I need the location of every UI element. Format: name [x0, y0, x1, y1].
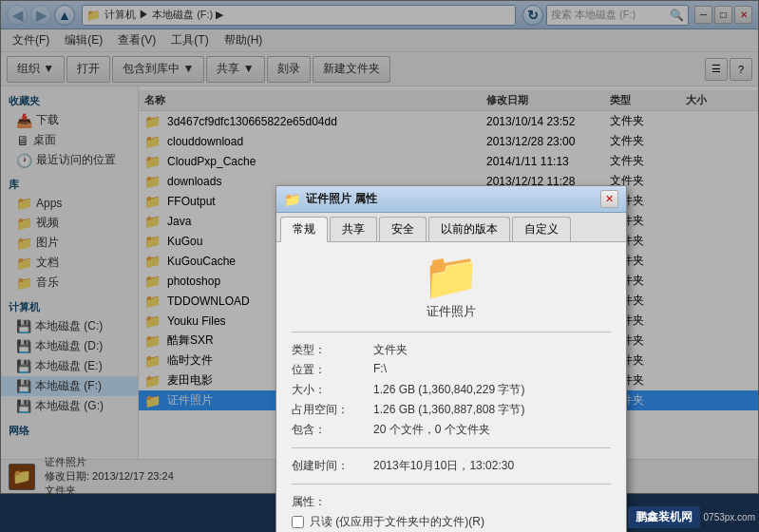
file-name: clouddownload [167, 135, 486, 148]
contains-label: 包含： [292, 422, 368, 438]
sidebar-item-label: 本地磁盘 (C:) [35, 318, 103, 334]
sidebar-item-download[interactable]: 📥 下载 [1, 110, 138, 130]
tab-security[interactable]: 安全 [379, 217, 427, 241]
status-info: 证件照片 修改日期: 2013/12/17 23:24 文件夹 [45, 455, 174, 498]
file-type: 文件夹 [610, 113, 686, 129]
dialog-content: 📁 证件照片 类型： 文件夹 位置： F:\ 大小： 1.26 GB (1,36… [276, 242, 626, 532]
tab-share[interactable]: 共享 [330, 217, 377, 241]
readonly-checkbox[interactable] [292, 516, 304, 528]
sidebar-item-label: 下载 [36, 112, 59, 128]
sidebar-item-label: 本地磁盘 (F:) [35, 378, 102, 394]
refresh-button[interactable]: ↻ [522, 5, 543, 26]
divider [292, 332, 611, 332]
folder-preview-name: 证件照片 [427, 303, 476, 320]
folder-icon: 📁 [144, 194, 163, 209]
menu-edit[interactable]: 编辑(E) [57, 30, 110, 50]
maximize-button[interactable]: □ [714, 6, 732, 24]
view-options-button[interactable]: ☰ [705, 58, 728, 81]
dialog-title-bar: 📁 证件照片 属性 ✕ [276, 186, 626, 213]
help-button[interactable]: ? [730, 58, 752, 81]
sidebar-item-drive-e[interactable]: 💾 本地磁盘 (E:) [1, 356, 138, 376]
table-row[interactable]: 📁 clouddownload 2013/12/28 23:00 文件夹 [139, 131, 758, 151]
computer-section: 计算机 💾 本地磁盘 (C:) 💾 本地磁盘 (D:) 💾 本地磁盘 (E:) … [1, 296, 138, 416]
divider3 [292, 484, 611, 484]
watermark: 鹏鑫装机网 0753px.com [628, 506, 755, 528]
organize-button[interactable]: 组织 ▼ [7, 56, 65, 83]
location-value: F:\ [373, 362, 611, 378]
sidebar-item-music[interactable]: 📁 音乐 [1, 273, 138, 293]
favorites-section: 收藏夹 📥 下载 🖥 桌面 🕐 最近访问的位置 [1, 90, 138, 170]
folder-icon: 📁 [144, 353, 163, 369]
desktop-icon: 🖥 [16, 133, 29, 148]
forward-button[interactable]: ▶ [30, 5, 51, 26]
include-button[interactable]: 包含到库中 ▼ [112, 56, 204, 83]
sidebar-item-drive-c[interactable]: 💾 本地磁盘 (C:) [1, 316, 138, 336]
up-button[interactable]: ▲ [54, 5, 75, 26]
drive-g-icon: 💾 [16, 399, 31, 413]
table-row[interactable]: 📁 CloudPxp_Cache 2014/1/11 11:13 文件夹 [139, 151, 758, 171]
sidebar-item-drive-f[interactable]: 💾 本地磁盘 (F:) [1, 376, 138, 396]
close-button[interactable]: ✕ [734, 6, 752, 24]
type-label: 类型： [292, 342, 368, 358]
contains-value: 20 个文件，0 个文件夹 [373, 422, 611, 438]
created-value: 2013年10月10日，13:02:30 [373, 458, 611, 474]
sidebar-item-video[interactable]: 📁 视频 [1, 213, 138, 233]
status-folder-icon: 📁 [9, 464, 35, 490]
sidebar-item-label: 本地磁盘 (G:) [35, 398, 104, 414]
created-label: 创建时间： [292, 458, 368, 474]
dialog-tabs: 常规 共享 安全 以前的版本 自定义 [276, 213, 626, 242]
open-button[interactable]: 打开 [66, 56, 110, 83]
col-name-header: 名称 [144, 93, 486, 107]
drive-e-icon: 💾 [16, 359, 31, 373]
folder-icon: 📁 [144, 234, 163, 249]
folder-icon: 📁 [144, 114, 163, 129]
tab-general[interactable]: 常规 [280, 217, 328, 242]
menu-view[interactable]: 查看(V) [110, 30, 163, 50]
sidebar-item-apps[interactable]: 📁 Apps [1, 194, 138, 213]
tab-previous[interactable]: 以前的版本 [428, 217, 510, 241]
search-bar[interactable]: 搜索 本地磁盘 (F:) 🔍 [546, 5, 689, 26]
folder-icon: 📁 [86, 9, 101, 22]
folder-icon: 📁 [144, 254, 163, 269]
sidebar-item-drive-g[interactable]: 💾 本地磁盘 (G:) [1, 396, 138, 416]
col-size-header: 大小 [686, 93, 752, 107]
menu-file[interactable]: 文件(F) [5, 30, 57, 50]
big-folder-icon: 📁 [423, 254, 480, 299]
size-label: 大小： [292, 382, 368, 398]
search-placeholder: 搜索 本地磁盘 (F:) [551, 8, 670, 22]
title-bar: ◀ ▶ ▲ 📁 计算机 ▶ 本地磁盘 (F:) ▶ ↻ 搜索 本地磁盘 (F:)… [1, 1, 758, 29]
sidebar-item-drive-d[interactable]: 💾 本地磁盘 (D:) [1, 336, 138, 356]
status-folder-name: 证件照片 [45, 455, 174, 469]
menu-help[interactable]: 帮助(H) [217, 30, 271, 50]
drive-d-icon: 💾 [16, 339, 31, 353]
share-button[interactable]: 共享 ▼ [206, 56, 264, 83]
dialog-close-button[interactable]: ✕ [600, 190, 618, 208]
sidebar-item-pictures[interactable]: 📁 图片 [1, 233, 138, 253]
back-button[interactable]: ◀ [7, 5, 28, 26]
table-row[interactable]: 📁 3d467cf9dfc130665822e65d04dd 2013/10/1… [139, 111, 758, 131]
list-header: 名称 修改日期 类型 大小 [139, 90, 758, 111]
sidebar-item-label: Apps [36, 197, 62, 210]
menu-tools[interactable]: 工具(T) [163, 30, 216, 50]
col-type-header: 类型 [610, 93, 686, 107]
status-date-info: 修改日期: 2013/12/17 23:24 [45, 469, 174, 484]
sidebar-item-label: 最近访问的位置 [36, 152, 116, 168]
file-name: CloudPxp_Cache [167, 155, 486, 168]
watermark-logo: 鹏鑫 [636, 510, 658, 523]
library-section: 库 📁 Apps 📁 视频 📁 图片 📁 文档 � [1, 174, 138, 293]
burn-button[interactable]: 刻录 [267, 56, 311, 83]
tab-custom[interactable]: 自定义 [512, 217, 571, 241]
file-date: 2013/12/28 23:00 [486, 135, 610, 148]
folder-icon: 📁 [144, 393, 163, 408]
minimize-button[interactable]: ─ [694, 6, 712, 24]
watermark-url: 0753px.com [704, 512, 755, 522]
new-folder-button[interactable]: 新建文件夹 [313, 56, 390, 83]
dialog-title: 证件照片 属性 [306, 191, 600, 207]
divider2 [292, 447, 611, 448]
music-icon: 📁 [16, 276, 32, 291]
sidebar-item-recent[interactable]: 🕐 最近访问的位置 [1, 150, 138, 170]
sidebar-item-docs[interactable]: 📁 文档 [1, 253, 138, 273]
address-bar[interactable]: 📁 计算机 ▶ 本地磁盘 (F:) ▶ [82, 5, 516, 26]
library-header: 库 [1, 174, 138, 194]
sidebar-item-desktop[interactable]: 🖥 桌面 [1, 130, 138, 150]
